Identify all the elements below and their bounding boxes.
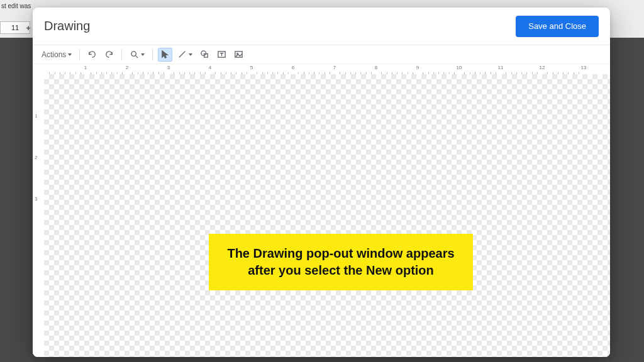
redo-button[interactable] bbox=[102, 48, 116, 62]
cursor-icon bbox=[160, 50, 170, 59]
drawing-toolbar: Actions bbox=[33, 45, 610, 64]
ruler-number: 8 bbox=[375, 65, 377, 70]
ruler-number: 2 bbox=[126, 65, 128, 70]
chevron-down-icon bbox=[141, 53, 145, 56]
line-icon bbox=[177, 50, 187, 59]
ruler-number: 9 bbox=[416, 65, 419, 70]
ruler-number: 1 bbox=[35, 113, 37, 119]
separator bbox=[152, 49, 153, 60]
chevron-down-icon bbox=[68, 53, 72, 56]
image-icon bbox=[234, 50, 243, 59]
zoom-button[interactable] bbox=[127, 48, 147, 62]
zoom-icon bbox=[130, 50, 139, 59]
vertical-ruler: 123 bbox=[33, 74, 44, 357]
image-tool[interactable] bbox=[231, 48, 246, 62]
drawing-canvas[interactable]: The Drawing pop-out window appears after… bbox=[44, 74, 610, 357]
undo-button[interactable] bbox=[85, 48, 99, 62]
last-edit-text: st edit was bbox=[0, 3, 32, 9]
actions-menu[interactable]: Actions bbox=[39, 48, 74, 62]
separator bbox=[121, 49, 122, 60]
shape-tool[interactable] bbox=[197, 48, 212, 62]
drawing-dialog: Drawing Save and Close Actions bbox=[33, 8, 610, 357]
font-size-value: 11 bbox=[11, 24, 19, 31]
text-box-tool[interactable] bbox=[214, 48, 229, 62]
ruler-number: 6 bbox=[292, 65, 294, 70]
save-and-close-button[interactable]: Save and Close bbox=[516, 16, 599, 37]
ruler-number: 2 bbox=[35, 155, 37, 160]
text-box-icon bbox=[217, 50, 226, 59]
undo-icon bbox=[87, 50, 97, 59]
ruler-number: 12 bbox=[540, 65, 545, 70]
dialog-header: Drawing Save and Close bbox=[33, 8, 610, 45]
annotation-callout: The Drawing pop-out window appears after… bbox=[209, 234, 473, 290]
ruler-number: 7 bbox=[333, 65, 336, 70]
svg-point-1 bbox=[201, 51, 206, 56]
separator bbox=[79, 49, 80, 60]
ruler-number: 3 bbox=[167, 65, 170, 70]
ruler-number: 13 bbox=[581, 65, 587, 70]
select-tool[interactable] bbox=[158, 48, 172, 62]
canvas-area: 123 The Drawing pop-out window appears a… bbox=[33, 74, 610, 357]
ruler-number: 3 bbox=[35, 196, 37, 202]
ruler-number: 4 bbox=[209, 65, 211, 70]
dialog-title: Drawing bbox=[44, 19, 516, 33]
redo-icon bbox=[104, 50, 114, 59]
ruler-number: 5 bbox=[250, 65, 253, 70]
svg-point-0 bbox=[131, 52, 136, 57]
ruler-number: 11 bbox=[498, 65, 504, 70]
horizontal-ruler: 12345678910111213 bbox=[44, 64, 610, 74]
ruler-number: 1 bbox=[84, 65, 87, 70]
font-size-plus[interactable]: + bbox=[24, 21, 33, 34]
shape-icon bbox=[200, 50, 209, 59]
line-tool[interactable] bbox=[175, 48, 195, 62]
actions-label: Actions bbox=[42, 50, 66, 59]
chevron-down-icon bbox=[189, 53, 192, 56]
ruler-number: 10 bbox=[457, 65, 462, 70]
